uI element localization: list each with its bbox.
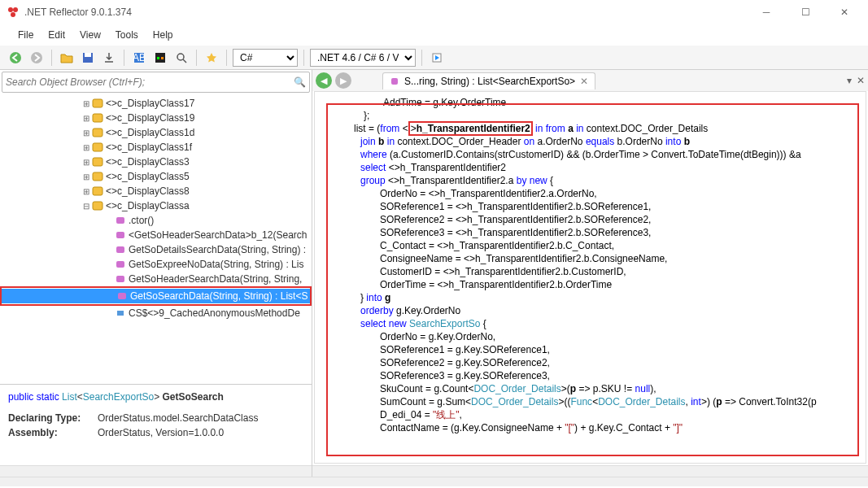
- svg-rect-10: [157, 57, 159, 59]
- menu-help[interactable]: Help: [153, 29, 173, 41]
- code-back-button[interactable]: ◀: [316, 72, 332, 89]
- nav-back-button[interactable]: [7, 49, 24, 67]
- right-scrollbar[interactable]: [312, 465, 868, 477]
- code-line: SOReference1 = g.Key.SOReference1,: [328, 344, 866, 357]
- tree-node[interactable]: ⊞<>c_DisplayClass1d: [0, 125, 312, 140]
- code-line: SumCount = g.Sum<DOC_Order_Details>((Fun…: [328, 396, 866, 409]
- svg-point-2: [11, 12, 15, 17]
- node-label: <>c_DisplayClass5: [106, 171, 190, 182]
- nav-forward-button[interactable]: [28, 49, 46, 67]
- svg-rect-24: [116, 232, 124, 238]
- code-line: D_edi_04 = "线上",: [328, 409, 866, 422]
- node-label: <>c_DisplayClass8: [106, 185, 190, 197]
- left-scrollbar[interactable]: [0, 465, 312, 477]
- node-icon: [114, 273, 127, 285]
- tree-node[interactable]: GetSoSearchData(String, String) : List<S: [2, 289, 310, 303]
- expand-icon[interactable]: ⊞: [81, 187, 91, 196]
- expand-icon[interactable]: ⊞: [81, 129, 91, 137]
- language-select[interactable]: C#: [233, 49, 298, 67]
- search-box[interactable]: 🔍: [2, 72, 310, 93]
- tree-node[interactable]: GetSoHeaderSearchData(String, String,: [0, 272, 312, 286]
- tree-node[interactable]: GetSoExpreeNoData(String, String) : Lis: [0, 257, 312, 272]
- svg-point-4: [31, 52, 42, 63]
- view1-button[interactable]: AB: [130, 49, 148, 67]
- save-button[interactable]: [79, 49, 97, 67]
- tab-close-icon[interactable]: ✕: [580, 76, 588, 87]
- svg-point-0: [8, 7, 13, 12]
- expand-icon[interactable]: ⊞: [81, 143, 91, 152]
- tree-node[interactable]: ⊞<>c_DisplayClass1f: [0, 140, 312, 155]
- export-button[interactable]: [100, 49, 118, 67]
- code-line: SOReference3 = <>h_TransparentIdentifier…: [328, 227, 866, 240]
- pane-close-icon[interactable]: ✕: [857, 75, 865, 86]
- tree-node[interactable]: ⊟<>c_DisplayClassa: [0, 198, 312, 213]
- code-tab[interactable]: S...ring, String) : List<SearchExportSo>…: [382, 72, 595, 89]
- code-line: AddTime = g.Key.OrderTime: [328, 97, 866, 110]
- node-icon: [116, 290, 129, 302]
- expand-icon[interactable]: ⊞: [81, 158, 91, 167]
- menu-file[interactable]: File: [18, 29, 33, 41]
- svg-rect-29: [117, 311, 124, 316]
- main-area: 🔍 ⊞<>c_DisplayClass17⊞<>c_DisplayClass19…: [0, 70, 868, 477]
- tree-node[interactable]: ⊞<>c_DisplayClass19: [0, 111, 312, 125]
- search-input[interactable]: [6, 76, 294, 88]
- tree-node[interactable]: GetSoDetailsSearchData(String, String) :: [0, 242, 312, 257]
- code-line: SOReference3 = g.Key.SOReference3,: [328, 370, 866, 383]
- bookmark-button[interactable]: [203, 49, 220, 67]
- expand-icon[interactable]: ⊞: [81, 114, 91, 123]
- search-icon[interactable]: 🔍: [294, 76, 306, 88]
- framework-select[interactable]: .NET 4.6 / C# 6 / VB: [310, 49, 416, 67]
- minimize-button[interactable]: ─: [754, 4, 779, 20]
- maximize-button[interactable]: ☐: [793, 4, 818, 20]
- code-line: ContactName = (g.Key.ConsigneeName + "["…: [328, 422, 866, 435]
- tab-controls: ▾ ✕: [847, 75, 865, 86]
- code-line: orderby g.Key.OrderNo: [328, 305, 866, 318]
- node-icon: [114, 307, 127, 319]
- tab-dropdown-icon[interactable]: ▾: [847, 75, 852, 86]
- search-button[interactable]: [172, 49, 190, 67]
- object-tree[interactable]: ⊞<>c_DisplayClass17⊞<>c_DisplayClass19⊞<…: [0, 94, 312, 384]
- code-forward-button[interactable]: ▶: [335, 72, 351, 89]
- svg-rect-28: [118, 293, 126, 299]
- svg-rect-30: [391, 78, 398, 85]
- expand-icon[interactable]: ⊟: [81, 202, 91, 211]
- run-button[interactable]: [428, 49, 446, 67]
- node-label: .ctor(): [129, 215, 154, 226]
- code-nav-row: ◀ ▶ S...ring, String) : List<SearchExpor…: [312, 70, 868, 91]
- code-line: where (a.CustomerID.Contains(strCustomer…: [328, 149, 866, 162]
- svg-rect-21: [93, 187, 103, 195]
- object-browser-pane: 🔍 ⊞<>c_DisplayClass17⊞<>c_DisplayClass19…: [0, 70, 312, 477]
- view2-button[interactable]: [151, 49, 169, 67]
- node-icon: [114, 215, 127, 226]
- svg-rect-19: [93, 158, 103, 166]
- node-label: <>c_DisplayClass1d: [106, 127, 194, 138]
- expand-icon[interactable]: ⊞: [81, 172, 91, 181]
- node-icon: [114, 259, 127, 270]
- node-icon: [91, 98, 104, 109]
- code-line: OrderNo = g.Key.OrderNo,: [328, 331, 866, 344]
- node-label: GetSoHeaderSearchData(String, String,: [129, 273, 302, 285]
- tree-node[interactable]: ⊞<>c_DisplayClass8: [0, 184, 312, 198]
- menu-edit[interactable]: Edit: [48, 29, 65, 41]
- method-icon: [390, 76, 399, 86]
- menu-view[interactable]: View: [80, 29, 101, 41]
- node-icon: [91, 127, 104, 138]
- expand-icon[interactable]: ⊞: [81, 99, 91, 108]
- open-button[interactable]: [58, 49, 76, 67]
- tree-node[interactable]: ⊞<>c_DisplayClass5: [0, 169, 312, 184]
- code-viewer[interactable]: AddTime = g.Key.OrderTime};list = (from …: [314, 91, 866, 464]
- code-line: SOReference1 = <>h_TransparentIdentifier…: [328, 201, 866, 214]
- tree-node[interactable]: <GetSoHeaderSearchData>b_12(Search: [0, 228, 312, 242]
- node-label: GetSoDetailsSearchData(String, String) :: [129, 244, 306, 255]
- tree-node[interactable]: ⊞<>c_DisplayClass3: [0, 155, 312, 169]
- tree-node[interactable]: ⊞<>c_DisplayClass17: [0, 96, 312, 111]
- tree-node[interactable]: .ctor(): [0, 213, 312, 228]
- code-line: ConsigneeName = <>h_TransparentIdentifie…: [328, 253, 866, 266]
- code-pane: ◀ ▶ S...ring, String) : List<SearchExpor…: [312, 70, 868, 477]
- code-line: C_Contact = <>h_TransparentIdentifier2.b…: [328, 240, 866, 253]
- node-icon: [91, 112, 104, 124]
- svg-rect-17: [93, 129, 103, 137]
- tree-node[interactable]: CS$<>9_CachedAnonymousMethodDe: [0, 306, 312, 320]
- close-button[interactable]: ✕: [832, 4, 857, 20]
- menu-tools[interactable]: Tools: [116, 29, 138, 41]
